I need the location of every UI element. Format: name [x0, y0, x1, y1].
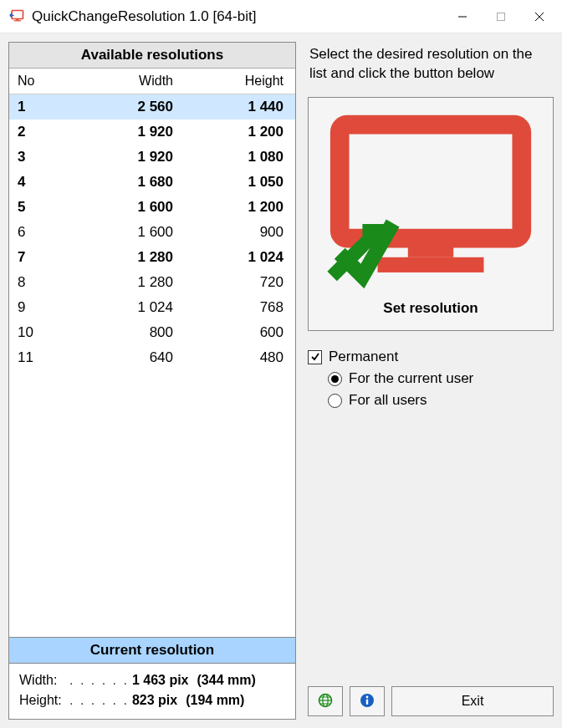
exit-button[interactable]: Exit	[391, 686, 554, 716]
svg-rect-0	[12, 10, 23, 18]
exit-label: Exit	[462, 694, 484, 709]
cell-width: 1 920	[59, 145, 185, 170]
svg-rect-9	[378, 257, 484, 272]
cell-height: 768	[185, 295, 295, 320]
all-users-radio[interactable]	[328, 394, 342, 408]
available-resolutions-header: Available resolutions	[9, 43, 295, 69]
globe-icon	[318, 693, 333, 710]
cell-height: 900	[185, 220, 295, 245]
cell-width: 1 680	[59, 170, 185, 195]
resolutions-table[interactable]: No Width Height 12 5601 44021 9201 20031…	[9, 69, 295, 370]
cell-height: 1 050	[185, 170, 295, 195]
current-width-label: Width:	[19, 673, 69, 688]
current-height-mm: (194 mm)	[186, 693, 244, 708]
col-no[interactable]: No	[9, 69, 59, 94]
svg-rect-7	[340, 125, 522, 238]
table-row[interactable]: 81 280720	[9, 270, 295, 295]
cell-width: 640	[59, 345, 185, 370]
maximize-button[interactable]	[482, 0, 520, 33]
table-row[interactable]: 61 600900	[9, 220, 295, 245]
monitor-icon	[317, 279, 544, 293]
titlebar: QuickChangeResolution 1.0 [64-bit]	[0, 0, 562, 33]
set-resolution-button[interactable]: Set resolution	[308, 97, 554, 332]
left-panel: Available resolutions No Width Height 12…	[8, 42, 296, 720]
cell-height: 1 080	[185, 145, 295, 170]
app-icon	[8, 8, 25, 25]
current-resolution-body: Width: . . . . . . 1 463 pix (344 mm) He…	[9, 664, 295, 719]
all-users-radio-row[interactable]: For all users	[308, 389, 554, 411]
all-users-label: For all users	[349, 392, 427, 409]
cell-no: 10	[9, 320, 59, 345]
close-button[interactable]	[520, 0, 559, 33]
cell-width: 1 024	[59, 295, 185, 320]
table-row[interactable]: 31 9201 080	[9, 145, 295, 170]
table-row[interactable]: 11640480	[9, 345, 295, 370]
cell-no: 3	[9, 145, 59, 170]
table-row[interactable]: 41 6801 050	[9, 170, 295, 195]
resolutions-table-wrap: No Width Height 12 5601 44021 9201 20031…	[9, 69, 295, 637]
cell-no: 4	[9, 170, 59, 195]
current-resolution-header: Current resolution	[9, 637, 295, 664]
current-user-radio[interactable]	[328, 372, 342, 386]
table-row[interactable]: 71 2801 024	[9, 245, 295, 270]
cell-height: 600	[185, 320, 295, 345]
cell-no: 7	[9, 245, 59, 270]
permanent-label: Permanent	[329, 349, 398, 365]
cell-width: 1 600	[59, 195, 185, 220]
table-row[interactable]: 21 9201 200	[9, 120, 295, 145]
current-height-label: Height:	[19, 693, 69, 708]
current-user-radio-row[interactable]: For the current user	[308, 368, 554, 389]
options-group: Permanent For the current user For all u…	[308, 346, 554, 411]
table-row[interactable]: 91 024768	[9, 295, 295, 320]
cell-height: 720	[185, 270, 295, 295]
permanent-checkbox[interactable]	[308, 350, 322, 364]
table-row[interactable]: 10800600	[9, 320, 295, 345]
col-height[interactable]: Height	[185, 69, 295, 94]
cell-height: 480	[185, 345, 295, 370]
cell-width: 1 280	[59, 245, 185, 270]
cell-no: 11	[9, 345, 59, 370]
cell-no: 2	[9, 120, 59, 145]
permanent-checkbox-row[interactable]: Permanent	[308, 346, 554, 368]
svg-point-16	[366, 695, 369, 698]
cell-no: 1	[9, 94, 59, 120]
minimize-button[interactable]	[443, 0, 482, 33]
right-panel: Select the desired resolution on the lis…	[308, 42, 554, 720]
table-row[interactable]: 12 5601 440	[9, 94, 295, 120]
set-resolution-label: Set resolution	[317, 300, 544, 317]
info-button[interactable]	[350, 686, 385, 716]
window-title: QuickChangeResolution 1.0 [64-bit]	[32, 8, 256, 25]
cell-width: 1 600	[59, 220, 185, 245]
current-width-mm: (344 mm)	[197, 673, 256, 688]
cell-no: 8	[9, 270, 59, 295]
cell-no: 5	[9, 195, 59, 220]
cell-height: 1 200	[185, 120, 295, 145]
cell-no: 9	[9, 295, 59, 320]
col-width[interactable]: Width	[59, 69, 185, 94]
current-height-value: 823 pix	[132, 693, 177, 708]
svg-rect-17	[366, 699, 368, 705]
current-user-label: For the current user	[349, 370, 473, 387]
svg-rect-1	[16, 18, 18, 20]
svg-rect-2	[14, 20, 21, 21]
svg-rect-8	[408, 238, 453, 257]
info-icon	[360, 693, 375, 710]
cell-width: 1 920	[59, 120, 185, 145]
table-row[interactable]: 51 6001 200	[9, 195, 295, 220]
cell-no: 6	[9, 220, 59, 245]
cell-width: 1 280	[59, 270, 185, 295]
instruction-text: Select the desired resolution on the lis…	[308, 42, 554, 97]
cell-width: 2 560	[59, 94, 185, 120]
website-button[interactable]	[308, 686, 343, 716]
cell-height: 1 024	[185, 245, 295, 270]
current-width-value: 1 463 pix	[132, 673, 189, 688]
cell-height: 1 440	[185, 94, 295, 120]
svg-rect-4	[498, 13, 505, 20]
cell-height: 1 200	[185, 195, 295, 220]
cell-width: 800	[59, 320, 185, 345]
